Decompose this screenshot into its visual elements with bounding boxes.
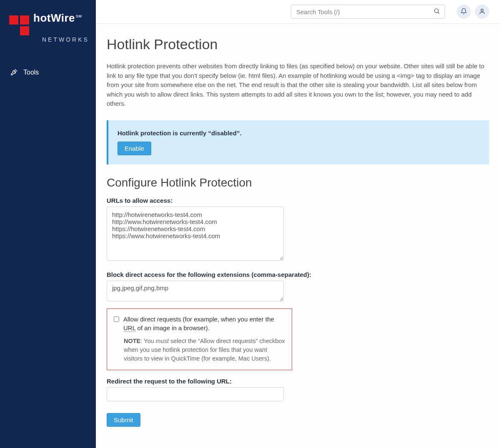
page-title: Hotlink Protection (107, 36, 489, 52)
notifications-button[interactable] (457, 5, 471, 19)
search-wrap (291, 5, 445, 19)
status-text: Hotlink protection is currently “disable… (118, 129, 480, 137)
brand-name: hotWireSM (33, 12, 82, 25)
configure-heading: Configure Hotlink Protection (107, 176, 489, 189)
allow-direct-note: NOTE: You must select the “Allow direct … (124, 337, 285, 363)
sidebar-item-label: Tools (23, 69, 39, 76)
urls-allow-label: URLs to allow access: (107, 197, 489, 204)
search-input[interactable] (291, 5, 445, 19)
bell-icon (460, 8, 467, 16)
search-button[interactable] (432, 6, 442, 17)
svg-point-2 (481, 9, 483, 11)
redirect-label: Redirect the request to the following UR… (107, 378, 489, 385)
brand-logo: hotWireSM NETWORKS (0, 12, 96, 56)
logo-square-icon (20, 26, 29, 35)
redirect-input[interactable] (107, 387, 284, 401)
page-intro: Hotlink protection prevents other websit… (107, 62, 489, 109)
tools-icon (10, 69, 18, 76)
status-box: Hotlink protection is currently “disable… (107, 120, 489, 164)
content: Hotlink Protection Hotlink protection pr… (96, 24, 500, 448)
allow-direct-label: Allow direct requests (for example, when… (123, 315, 285, 333)
logo-square-icon (9, 15, 18, 25)
svg-line-1 (438, 12, 439, 14)
search-icon (433, 8, 440, 16)
block-ext-label: Block direct access for the following ex… (107, 271, 489, 278)
brand-subname: NETWORKS (42, 36, 87, 43)
user-icon (479, 8, 485, 16)
account-button[interactable] (475, 5, 489, 19)
allow-direct-checkbox[interactable] (114, 316, 119, 322)
topbar (96, 0, 500, 24)
sidebar: hotWireSM NETWORKS Tools (0, 0, 96, 448)
enable-button[interactable]: Enable (118, 142, 151, 155)
sidebar-item-tools[interactable]: Tools (0, 65, 96, 80)
allow-direct-box: Allow direct requests (for example, when… (107, 309, 292, 371)
logo-square-icon (20, 15, 29, 25)
urls-allow-textarea[interactable] (107, 207, 284, 261)
submit-button[interactable]: Submit (107, 413, 140, 427)
block-ext-textarea[interactable] (107, 281, 284, 301)
